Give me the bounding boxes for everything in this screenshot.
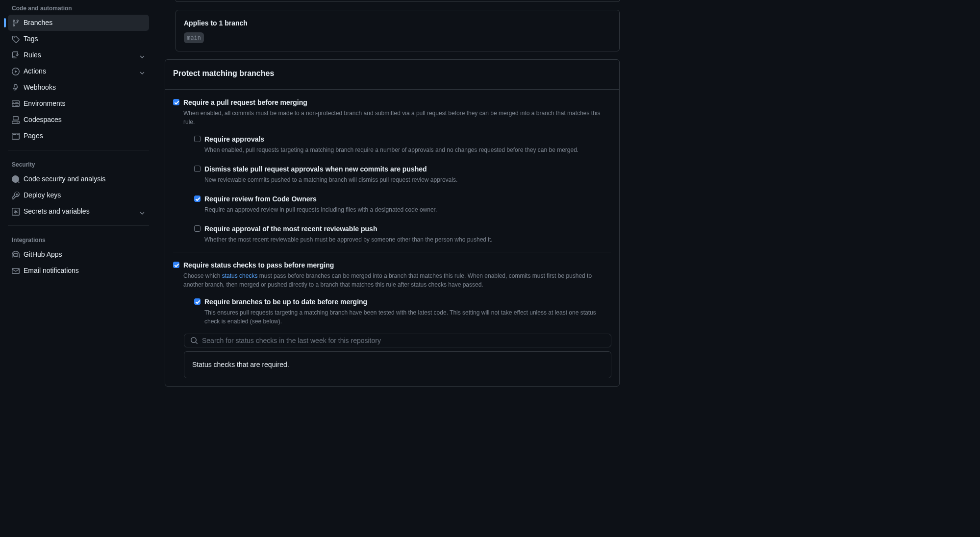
- rule-title: Require approvals: [204, 134, 611, 145]
- git-branch-icon: [12, 19, 20, 27]
- rule-title: Dismiss stale pull request approvals whe…: [204, 164, 611, 174]
- sidebar-item-label: Actions: [24, 66, 135, 76]
- rule-desc: When enabled, all commits must be made t…: [183, 109, 611, 126]
- search-icon: [190, 337, 198, 344]
- chevron-down-icon: [139, 209, 145, 215]
- branch-chip: main: [184, 32, 204, 43]
- sidebar-item-secrets[interactable]: Secrets and variables: [8, 203, 149, 220]
- collapsed-box: [176, 0, 620, 2]
- rule-require-approvals: Require approvals When enabled, pull req…: [194, 126, 611, 156]
- sidebar-item-label: Deploy keys: [24, 190, 145, 200]
- chevron-down-icon: [139, 69, 145, 74]
- status-check-search: Status checks that are required.: [184, 334, 611, 378]
- sidebar-item-tags[interactable]: Tags: [8, 31, 149, 47]
- sidebar-item-label: Rules: [24, 50, 135, 60]
- rule-desc: New reviewable commits pushed to a match…: [204, 175, 611, 184]
- sidebar-item-label: Branches: [24, 18, 145, 28]
- rule-recent-push: Require approval of the most recent revi…: [194, 216, 611, 244]
- checkbox-up-to-date[interactable]: [194, 298, 201, 305]
- required-checks-text: Status checks that are required.: [192, 361, 289, 368]
- sidebar-item-environments[interactable]: Environments: [8, 96, 149, 112]
- rule-dismiss-stale: Dismiss stale pull request approvals whe…: [194, 156, 611, 186]
- checkbox-status-checks[interactable]: [173, 262, 179, 268]
- mail-icon: [12, 267, 20, 275]
- sidebar-item-label: Code security and analysis: [24, 174, 145, 184]
- rule-desc: Whether the most recent reviewable push …: [204, 235, 611, 244]
- repo-push-icon: [12, 51, 20, 59]
- section-heading-security: Security: [8, 156, 149, 171]
- checkbox-recent-push[interactable]: [194, 225, 201, 232]
- sidebar-item-branches[interactable]: Branches: [8, 15, 149, 31]
- protect-box: Protect matching branches Require a pull…: [165, 59, 620, 387]
- rule-status-checks: Require status checks to pass before mer…: [173, 252, 611, 386]
- status-checks-link[interactable]: status checks: [222, 272, 258, 279]
- rule-desc: When enabled, pull requests targeting a …: [204, 146, 611, 154]
- sidebar-item-label: Tags: [24, 34, 145, 44]
- hubot-icon: [12, 251, 20, 259]
- applies-heading: Applies to 1 branch: [184, 18, 611, 28]
- sidebar-item-actions[interactable]: Actions: [8, 63, 149, 79]
- sidebar-item-github-apps[interactable]: GitHub Apps: [8, 246, 149, 263]
- protect-heading: Protect matching branches: [173, 68, 611, 79]
- sidebar-item-email-notifications[interactable]: Email notifications: [8, 263, 149, 279]
- rule-title: Require review from Code Owners: [204, 194, 611, 204]
- sidebar-item-deploy-keys[interactable]: Deploy keys: [8, 187, 149, 203]
- checkbox-dismiss-stale[interactable]: [194, 166, 201, 172]
- sidebar-item-codespaces[interactable]: Codespaces: [8, 112, 149, 128]
- tag-icon: [12, 35, 20, 43]
- sidebar-item-label: Codespaces: [24, 115, 145, 125]
- section-heading-integrations: Integrations: [8, 232, 149, 246]
- checkbox-require-pr[interactable]: [173, 99, 179, 105]
- play-icon: [12, 68, 20, 75]
- sidebar-item-rules[interactable]: Rules: [8, 47, 149, 63]
- key-icon: [12, 192, 20, 199]
- sidebar-item-label: Pages: [24, 131, 145, 141]
- sidebar-item-label: Webhooks: [24, 82, 145, 93]
- checkbox-require-approvals[interactable]: [194, 136, 201, 142]
- chevron-down-icon: [139, 52, 145, 58]
- divider: [8, 225, 149, 226]
- server-icon: [12, 100, 20, 108]
- sidebar-item-label: Environments: [24, 98, 145, 109]
- rule-title: Require approval of the most recent revi…: [204, 224, 611, 234]
- sidebar-item-code-security[interactable]: Code security and analysis: [8, 171, 149, 187]
- sidebar-item-webhooks[interactable]: Webhooks: [8, 79, 149, 96]
- sidebar-item-label: GitHub Apps: [24, 249, 145, 260]
- codescan-icon: [12, 175, 20, 183]
- required-checks-box: Status checks that are required.: [184, 351, 611, 378]
- sidebar-item-label: Secrets and variables: [24, 206, 135, 217]
- applies-box: Applies to 1 branch main: [176, 10, 620, 51]
- browser-icon: [12, 132, 20, 140]
- rule-desc: Choose which status checks must pass bef…: [183, 271, 611, 289]
- rule-desc: Require an approved review in pull reque…: [204, 205, 611, 214]
- rule-title: Require a pull request before merging: [183, 98, 611, 108]
- asterisk-icon: [12, 208, 20, 216]
- sidebar-item-pages[interactable]: Pages: [8, 128, 149, 144]
- rule-require-pr: Require a pull request before merging Wh…: [173, 90, 611, 252]
- rule-desc: This ensures pull requests targeting a m…: [204, 308, 611, 326]
- divider: [8, 150, 149, 150]
- section-heading-code-automation: Code and automation: [8, 0, 149, 15]
- webhook-icon: [12, 84, 20, 92]
- rule-up-to-date: Require branches to be up to date before…: [194, 289, 611, 326]
- rule-title: Require status checks to pass before mer…: [183, 260, 611, 270]
- rule-title: Require branches to be up to date before…: [204, 297, 611, 307]
- status-check-search-input[interactable]: [202, 337, 605, 344]
- rule-codeowners: Require review from Code Owners Require …: [194, 186, 611, 216]
- codespaces-icon: [12, 116, 20, 124]
- checkbox-codeowners[interactable]: [194, 195, 201, 202]
- sidebar-item-label: Email notifications: [24, 266, 145, 276]
